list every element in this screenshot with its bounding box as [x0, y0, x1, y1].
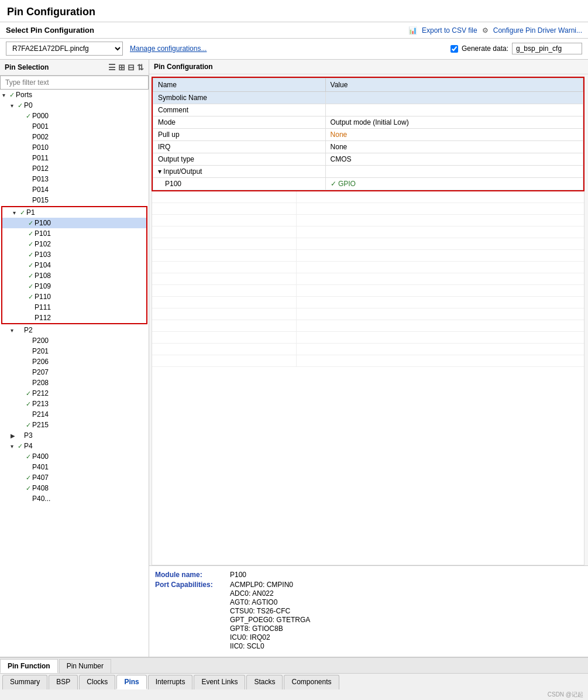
sort-icon[interactable]: ⇅ — [137, 63, 144, 72]
p108-check: ✓ — [28, 272, 33, 280]
tree-item-p215[interactable]: ▾ ✓ P215 — [0, 420, 149, 430]
pullup-value[interactable]: None — [325, 129, 583, 141]
module-name-row: Module name: P100 — [155, 571, 582, 579]
p1-check: ✓ — [20, 209, 25, 217]
nav-tab-event-links[interactable]: Event Links — [194, 675, 245, 689]
list-view-icon[interactable]: ☰ — [108, 63, 116, 72]
bottom-tab-bar: Pin Function Pin Number — [0, 657, 588, 673]
row-irq[interactable]: IRQ None — [153, 141, 583, 153]
p407-label: P407 — [32, 473, 49, 482]
module-name-value: P100 — [230, 571, 246, 579]
p213-check: ✓ — [26, 400, 31, 408]
tree-item-p111[interactable]: ▾ ✓ P111 — [2, 302, 146, 313]
row-p100[interactable]: P100 ✓ GPIO — [153, 178, 583, 190]
tree-item-p208[interactable]: ▾ ✓ P208 — [0, 378, 149, 388]
empty-cell-13a — [152, 332, 297, 343]
app-window: Pin Configuration Select Pin Configurati… — [0, 0, 588, 700]
tree-item-p407[interactable]: ▾ ✓ P407 — [0, 472, 149, 483]
configure-driver-button[interactable]: Configure Pin Driver Warni... — [493, 26, 582, 35]
remove-icon[interactable]: ⊟ — [128, 63, 135, 72]
tree-item-p101[interactable]: ▾ ✓ P101 — [2, 228, 146, 239]
tree-item-p4[interactable]: ▾ ✓ P4 — [0, 441, 149, 451]
mode-value[interactable]: Output mode (Initial Low) — [325, 116, 583, 129]
tree-item-p206[interactable]: ▾ ✓ P206 — [0, 356, 149, 367]
tree-item-p1[interactable]: ▾ ✓ P1 — [2, 207, 146, 218]
tree-item-p112[interactable]: ▾ ✓ P112 — [2, 313, 146, 323]
tree-item-p109[interactable]: ▾ ✓ P109 — [2, 281, 146, 291]
tree-item-p40x[interactable]: ▾ ✓ P40... — [0, 493, 149, 504]
tree-item-p207[interactable]: ▾ ✓ P207 — [0, 367, 149, 378]
p215-label: P215 — [32, 421, 49, 429]
port-capabilities-list: ACMPLP0: CMPIN0 ADC0: AN022 AGT0: AGTIO0… — [230, 581, 310, 650]
tree-item-p104[interactable]: ▾ ✓ P104 — [2, 260, 146, 270]
nav-tab-bsp[interactable]: BSP — [49, 675, 78, 689]
tree-item-p400[interactable]: ▾ ✓ P400 — [0, 451, 149, 462]
comment-value[interactable] — [325, 104, 583, 116]
tab-pin-number[interactable]: Pin Number — [59, 659, 111, 673]
p100-config-value[interactable]: ✓ GPIO — [325, 178, 583, 190]
tree-item-p212[interactable]: ▾ ✓ P212 — [0, 388, 149, 399]
tree-item-p408[interactable]: ▾ ✓ P408 — [0, 483, 149, 493]
row-comment[interactable]: Comment — [153, 104, 583, 116]
p100-check: ✓ — [28, 219, 33, 227]
tree-item-p012[interactable]: ▾ ✓ P012 — [0, 163, 149, 174]
empty-cell-7b — [297, 262, 584, 273]
tree-item-ports[interactable]: ▾ ✓ Ports — [0, 90, 149, 100]
export-csv-button[interactable]: Export to CSV file — [422, 26, 477, 35]
tree-item-p001[interactable]: ▾ ✓ P001 — [0, 121, 149, 132]
generate-checkbox[interactable] — [451, 45, 458, 53]
row-symbolic-name[interactable]: Symbolic Name — [153, 92, 583, 104]
row-mode[interactable]: Mode Output mode (Initial Low) — [153, 116, 583, 129]
tree-item-p015[interactable]: ▾ ✓ P015 — [0, 195, 149, 205]
empty-cell-10a — [152, 297, 297, 308]
tree-item-p103[interactable]: ▾ ✓ P103 — [2, 249, 146, 260]
nav-tab-stacks[interactable]: Stacks — [246, 675, 283, 689]
row-pullup[interactable]: Pull up None — [153, 129, 583, 141]
empty-cell-1a — [152, 191, 297, 203]
tree-item-p014[interactable]: ▾ ✓ P014 — [0, 184, 149, 195]
tree-item-p011[interactable]: ▾ ✓ P011 — [0, 153, 149, 163]
config-bar: R7FA2E1A72DFL.pincfg Manage configuratio… — [0, 39, 588, 60]
p002-label: P002 — [32, 133, 49, 141]
row-output-type[interactable]: Output type CMOS — [153, 153, 583, 166]
empty-row-2 — [152, 203, 584, 215]
add-icon[interactable]: ⊞ — [118, 63, 125, 72]
manage-configs-link[interactable]: Manage configurations... — [130, 44, 207, 53]
symbolic-name-value[interactable] — [325, 92, 583, 104]
nav-tab-interrupts[interactable]: Interrupts — [148, 675, 193, 689]
tree-item-p214[interactable]: ▾ ✓ P214 — [0, 409, 149, 420]
tree-item-p200[interactable]: ▾ ✓ P200 — [0, 335, 149, 346]
tab-pin-function[interactable]: Pin Function — [0, 659, 58, 673]
filter-input[interactable] — [0, 76, 149, 90]
tree-item-p2[interactable]: ▾ ✓ P2 — [0, 325, 149, 335]
tree-item-p3[interactable]: ▶ ✓ P3 — [0, 430, 149, 441]
tree-item-p002[interactable]: ▾ ✓ P002 — [0, 132, 149, 142]
tree-item-p110[interactable]: ▾ ✓ P110 — [2, 291, 146, 302]
tree-item-p0[interactable]: ▾ ✓ P0 — [0, 100, 149, 111]
generate-value: g_bsp_pin_cfg — [512, 43, 582, 54]
tree-item-p213[interactable]: ▾ ✓ P213 — [0, 399, 149, 409]
p4-check: ✓ — [18, 442, 23, 450]
tree-item-p401[interactable]: ▾ ✓ P401 — [0, 462, 149, 472]
tree-item-p010[interactable]: ▾ ✓ P010 — [0, 142, 149, 153]
nav-tab-summary[interactable]: Summary — [2, 675, 47, 689]
irq-value[interactable]: None — [325, 141, 583, 153]
nav-tab-clocks[interactable]: Clocks — [79, 675, 115, 689]
p001-label: P001 — [32, 122, 49, 131]
port-cap-label: Port Capabilities: — [155, 581, 225, 589]
watermark: CSDN @记起 — [0, 689, 588, 700]
tree-item-p000[interactable]: ▾ ✓ P000 — [0, 111, 149, 121]
page-title: Pin Configuration — [0, 0, 588, 22]
empty-cell-14a — [152, 344, 297, 355]
tree-item-p201[interactable]: ▾ ✓ P201 — [0, 346, 149, 356]
nav-tab-components[interactable]: Components — [284, 675, 339, 689]
output-type-value[interactable]: CMOS — [325, 153, 583, 166]
nav-tab-pins[interactable]: Pins — [116, 675, 146, 689]
tree-item-p102[interactable]: ▾ ✓ P102 — [2, 239, 146, 249]
tree-item-p100[interactable]: ▾ ✓ P100 — [2, 218, 146, 228]
p012-label: P012 — [32, 164, 49, 173]
tree-item-p108[interactable]: ▾ ✓ P108 — [2, 270, 146, 281]
tree-item-p013[interactable]: ▾ ✓ P013 — [0, 174, 149, 184]
empty-cell-5a — [152, 238, 297, 249]
config-select[interactable]: R7FA2E1A72DFL.pincfg — [6, 42, 123, 56]
